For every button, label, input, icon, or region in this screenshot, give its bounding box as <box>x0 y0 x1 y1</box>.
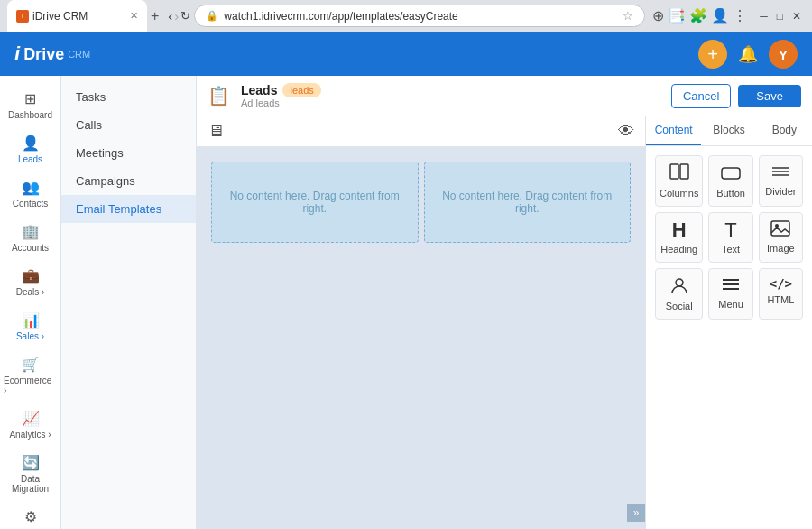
analytics-icon: 📈 <box>22 410 40 427</box>
left-panel-item-calls[interactable]: Calls <box>61 111 196 139</box>
sidebar-item-settings[interactable]: ⚙ Settings › <box>0 501 60 529</box>
template-subtitle: Ad leads <box>241 97 321 108</box>
bookmark-icon[interactable]: 📑 <box>668 7 686 24</box>
widget-divider[interactable]: Divider <box>759 155 803 207</box>
right-panel-tabs: Content Blocks Body <box>646 116 812 146</box>
widget-label-text: Text <box>722 244 740 255</box>
left-panel: Tasks Calls Meetings Campaigns Email Tem… <box>61 76 197 529</box>
sidebar-label-analytics: Analytics › <box>9 430 51 440</box>
preview-button[interactable]: 👁 <box>618 122 634 141</box>
address-bar[interactable]: 🔒 watch1.idrivecrm.com/app/templates/eas… <box>194 5 645 27</box>
widget-label-columns: Columns <box>660 188 698 199</box>
social-icon <box>669 276 689 297</box>
right-panel: Content Blocks Body Columns <box>645 116 812 529</box>
widget-label-button: Button <box>716 188 745 199</box>
deals-icon: 💼 <box>22 267 40 284</box>
sidebar: ⊞ Dashboard 👤 Leads 👥 Contacts 🏢 Account… <box>0 76 61 529</box>
sidebar-item-data-migration[interactable]: 🔄 Data Migration <box>0 447 60 501</box>
sidebar-item-deals[interactable]: 💼 Deals › <box>0 260 60 304</box>
sidebar-label-data-migration: Data Migration <box>4 474 57 494</box>
desktop-view-button[interactable]: 🖥 <box>208 122 224 141</box>
widget-label-image: Image <box>767 243 795 254</box>
sidebar-item-sales[interactable]: 📊 Sales › <box>0 304 60 348</box>
tab-body[interactable]: Body <box>757 116 812 145</box>
svg-point-8 <box>676 279 683 286</box>
sidebar-label-ecommerce: Ecommerce › <box>4 376 57 395</box>
widget-button[interactable]: Button <box>708 155 752 207</box>
heading-icon: H <box>672 220 687 240</box>
widget-image[interactable]: Image <box>759 212 803 263</box>
sidebar-label-dashboard: Dashboard <box>8 110 52 120</box>
accounts-icon: 🏢 <box>22 223 40 240</box>
menu-icon[interactable]: ⋮ <box>733 7 747 24</box>
sidebar-item-accounts[interactable]: 🏢 Accounts <box>0 216 60 260</box>
widget-columns[interactable]: Columns <box>655 155 703 207</box>
add-button[interactable]: + <box>698 40 727 69</box>
cancel-button[interactable]: Cancel <box>671 84 731 108</box>
left-panel-item-meetings[interactable]: Meetings <box>61 139 196 167</box>
drop-zone-left[interactable]: No content here. Drag content from right… <box>211 162 419 243</box>
template-tag: leads <box>282 83 320 97</box>
main-content: 📋 Leads leads Ad leads Cancel Save <box>197 76 812 529</box>
sidebar-item-leads[interactable]: 👤 Leads <box>0 127 60 172</box>
template-icon: 📋 <box>208 85 230 107</box>
widget-label-html: HTML <box>767 294 794 305</box>
sidebar-item-contacts[interactable]: 👥 Contacts <box>0 172 60 216</box>
data-migration-icon: 🔄 <box>22 454 40 471</box>
logo: i Drive CRM <box>14 42 90 66</box>
notifications-button[interactable]: 🔔 <box>738 44 758 64</box>
new-tab-button[interactable]: + <box>151 8 159 24</box>
widget-label-menu: Menu <box>718 299 743 310</box>
profile-icon[interactable]: ⊕ <box>652 7 664 24</box>
menu-icon <box>721 276 741 295</box>
widget-label-heading: Heading <box>660 244 697 255</box>
sidebar-item-ecommerce[interactable]: 🛒 Ecommerce › <box>0 348 60 403</box>
widget-html[interactable]: </> HTML <box>759 268 803 320</box>
forward-button[interactable]: › <box>174 8 179 23</box>
avatar[interactable]: Y <box>769 40 798 69</box>
window-close[interactable]: ✕ <box>789 10 805 23</box>
tab-content[interactable]: Content <box>646 116 701 145</box>
save-button[interactable]: Save <box>738 85 801 107</box>
text-icon: T <box>724 220 736 240</box>
svg-rect-0 <box>670 164 678 179</box>
sidebar-item-analytics[interactable]: 📈 Analytics › <box>0 403 60 447</box>
editor-header: 📋 Leads leads Ad leads Cancel Save <box>197 76 812 116</box>
left-panel-item-campaigns[interactable]: Campaigns <box>61 167 196 195</box>
widget-heading[interactable]: H Heading <box>655 212 703 263</box>
tab-blocks[interactable]: Blocks <box>701 116 756 145</box>
widget-grid: Columns Button <box>646 146 812 329</box>
tab-favicon: i <box>16 10 29 23</box>
tab-close-icon[interactable]: ✕ <box>130 10 138 22</box>
drop-zone-right[interactable]: No content here. Drag content from right… <box>424 162 632 243</box>
reload-button[interactable]: ↻ <box>180 9 190 23</box>
logo-drive: Drive <box>23 45 64 64</box>
sidebar-label-leads: Leads <box>18 154 42 164</box>
columns-icon <box>669 163 689 184</box>
star-icon[interactable]: ☆ <box>623 9 633 23</box>
canvas-area: No content here. Drag content from right… <box>197 147 645 529</box>
sidebar-item-dashboard[interactable]: ⊞ Dashboard <box>0 83 60 127</box>
collapse-panel-button[interactable]: » <box>627 504 645 522</box>
image-icon <box>770 220 790 239</box>
widget-menu[interactable]: Menu <box>708 268 752 320</box>
ecommerce-icon: 🛒 <box>22 356 40 373</box>
left-panel-item-email-templates[interactable]: Email Templates <box>61 195 196 223</box>
window-maximize[interactable]: □ <box>773 10 787 23</box>
svg-rect-1 <box>680 164 688 179</box>
user-profile-icon[interactable]: 👤 <box>711 7 729 24</box>
svg-rect-2 <box>722 168 740 179</box>
extensions-icon[interactable]: 🧩 <box>689 7 707 24</box>
left-panel-item-tasks[interactable]: Tasks <box>61 83 196 111</box>
sidebar-label-accounts: Accounts <box>12 243 49 253</box>
url-text: watch1.idrivecrm.com/app/templates/easyC… <box>224 10 617 23</box>
widget-social[interactable]: Social <box>655 268 703 320</box>
widget-label-divider: Divider <box>765 186 796 197</box>
lock-icon: 🔒 <box>206 10 218 22</box>
html-icon: </> <box>770 276 792 291</box>
back-button[interactable]: ‹ <box>168 8 172 23</box>
window-minimize[interactable]: ─ <box>756 10 771 23</box>
logo-crm: CRM <box>68 49 90 60</box>
widget-text[interactable]: T Text <box>708 212 752 263</box>
contacts-icon: 👥 <box>22 179 40 196</box>
